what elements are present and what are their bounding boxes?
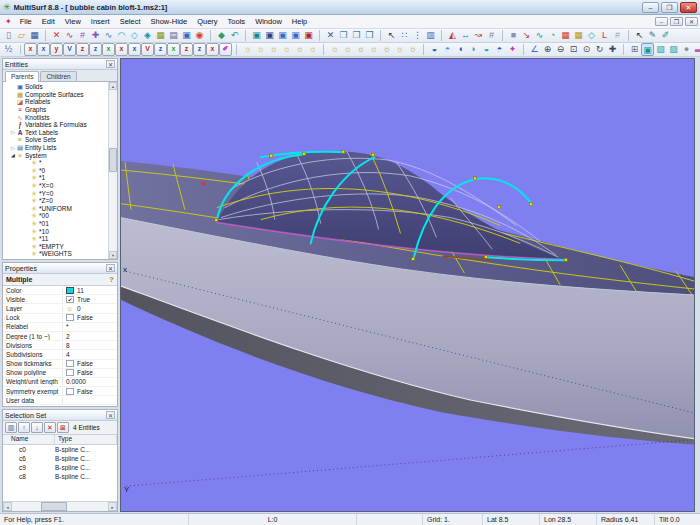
- clipboard1-icon[interactable]: ❐: [337, 29, 350, 42]
- insert-surface2-icon[interactable]: ◈: [141, 29, 154, 42]
- magnet-z-blue-icon[interactable]: z: [193, 43, 206, 56]
- clipboard2-icon[interactable]: ❐: [350, 29, 363, 42]
- insert-solid-icon[interactable]: ▤: [167, 29, 180, 42]
- scroll-up-icon[interactable]: ▲: [109, 82, 117, 90]
- close-panel-icon[interactable]: ✕: [106, 60, 115, 68]
- label-tool-icon[interactable]: L: [598, 29, 611, 42]
- point-z-red-icon[interactable]: z: [76, 43, 89, 56]
- property-row[interactable]: Subdivisions 4: [3, 350, 117, 359]
- tree-item[interactable]: *00: [3, 212, 108, 220]
- viewport-3d[interactable]: x Y: [120, 58, 695, 512]
- zoom-extents-icon[interactable]: ⊙: [580, 43, 593, 56]
- save-file-icon[interactable]: ▦: [28, 29, 41, 42]
- show-refresh-icon[interactable]: ☼: [280, 43, 293, 56]
- property-value[interactable]: 2: [63, 333, 117, 340]
- view-window1-icon[interactable]: ▣: [250, 29, 263, 42]
- tree-item[interactable]: Composite Surfaces: [3, 91, 108, 99]
- view-left-icon[interactable]: ◖: [454, 43, 467, 56]
- selection-row[interactable]: c9 B-spline C...: [3, 463, 117, 472]
- point-x-green-icon[interactable]: x: [102, 43, 115, 56]
- property-value[interactable]: False: [63, 314, 117, 321]
- view-window3-icon[interactable]: ▣: [276, 29, 289, 42]
- tree-item[interactable]: Relabels: [3, 98, 108, 106]
- mdi-restore-button[interactable]: ❐: [670, 17, 683, 26]
- view-perspective-icon[interactable]: ◓: [493, 43, 506, 56]
- rotate-view-icon[interactable]: ↻: [593, 43, 606, 56]
- bead-x-blue-icon[interactable]: x: [128, 43, 141, 56]
- bead-x-red-icon[interactable]: x: [115, 43, 128, 56]
- menu-item[interactable]: Window: [250, 16, 287, 27]
- list-mode-icon[interactable]: ▥: [5, 422, 17, 433]
- tree-item[interactable]: *Z=0: [3, 197, 108, 205]
- menu-item[interactable]: File: [15, 16, 37, 27]
- insert-arc-icon[interactable]: ◠: [115, 29, 128, 42]
- measure-icon[interactable]: ◭: [446, 29, 459, 42]
- insert-window-icon[interactable]: ▣: [180, 29, 193, 42]
- magnet-z-red-icon[interactable]: z: [180, 43, 193, 56]
- hide-extra-icon[interactable]: ☼: [406, 43, 419, 56]
- property-row[interactable]: Show tickmarks False: [3, 360, 117, 369]
- tree-item[interactable]: No Dependents: [3, 258, 108, 259]
- tree-item[interactable]: *1: [3, 174, 108, 182]
- show-one-icon[interactable]: ☼: [254, 43, 267, 56]
- selection-row[interactable]: c8 B-spline C...: [3, 472, 117, 481]
- point-z-blue-icon[interactable]: z: [89, 43, 102, 56]
- tree-item[interactable]: Knotlists: [3, 113, 108, 121]
- property-value[interactable]: 4: [63, 351, 117, 358]
- insert-surface-icon[interactable]: ◇: [128, 29, 141, 42]
- hide-parents-icon[interactable]: ☼: [380, 43, 393, 56]
- property-row[interactable]: Show polyline False: [3, 369, 117, 378]
- menu-item[interactable]: Insert: [86, 16, 115, 27]
- scroll-down-icon[interactable]: ▼: [109, 251, 117, 259]
- scroll-left-icon[interactable]: ◄: [3, 502, 12, 511]
- restore-button[interactable]: ❐: [661, 2, 678, 13]
- tree-item[interactable]: *Y=0: [3, 189, 108, 197]
- property-value[interactable]: False: [63, 360, 117, 367]
- protractor-icon[interactable]: ∠: [528, 43, 541, 56]
- view-right-icon[interactable]: ◗: [467, 43, 480, 56]
- move-down-icon[interactable]: ↓: [31, 422, 43, 433]
- property-control-icon[interactable]: [66, 360, 74, 367]
- delete-entity-icon[interactable]: ✕: [50, 29, 63, 42]
- close-panel-icon[interactable]: ✕: [106, 411, 115, 419]
- snap-grid2-icon[interactable]: ⋮: [411, 29, 424, 42]
- property-row[interactable]: Color 11: [3, 286, 117, 295]
- property-row[interactable]: Lock False: [3, 314, 117, 323]
- property-value[interactable]: 11: [63, 287, 117, 294]
- tree-scrollbar[interactable]: ▲ ▼: [108, 82, 117, 259]
- selection-scroll-track[interactable]: [12, 502, 108, 511]
- shaded-mode-icon[interactable]: ▣: [641, 43, 654, 56]
- select-cursor-icon[interactable]: ↖: [385, 29, 398, 42]
- sphere-mode-icon[interactable]: ●: [680, 43, 693, 56]
- view-iso-icon[interactable]: ◒: [480, 43, 493, 56]
- wireframe-mode-icon[interactable]: ⊞: [628, 43, 641, 56]
- red-mesh-icon[interactable]: ▦: [559, 29, 572, 42]
- property-row[interactable]: User data: [3, 396, 117, 405]
- hide-children-icon[interactable]: ☼: [393, 43, 406, 56]
- tree-item[interactable]: *0: [3, 167, 108, 175]
- tree-item[interactable]: Solve Sets: [3, 136, 108, 144]
- point-x-blue-icon[interactable]: x: [37, 43, 50, 56]
- property-row[interactable]: Layer 0: [3, 304, 117, 313]
- flow-icon[interactable]: ↝: [472, 29, 485, 42]
- menu-item[interactable]: Select: [115, 16, 146, 27]
- hidden-line-mode-icon[interactable]: ▧: [654, 43, 667, 56]
- view-top-icon[interactable]: ◓: [441, 43, 454, 56]
- tree-item[interactable]: Graphs: [3, 106, 108, 114]
- hide-all-icon[interactable]: ☼: [328, 43, 341, 56]
- property-value[interactable]: 0: [63, 305, 117, 312]
- tree-scroll-thumb[interactable]: [109, 148, 117, 172]
- property-control-icon[interactable]: [66, 388, 74, 395]
- view-window5-icon[interactable]: ▣: [302, 29, 315, 42]
- span-icon[interactable]: ↔: [459, 29, 472, 42]
- tree-item[interactable]: *: [3, 159, 108, 167]
- hide-one-icon[interactable]: ☼: [341, 43, 354, 56]
- property-control-icon[interactable]: [66, 305, 74, 312]
- property-control-icon[interactable]: [66, 314, 74, 321]
- entities-panel-header[interactable]: Entities ✕: [3, 59, 117, 70]
- mdi-close-button[interactable]: ✕: [685, 17, 698, 26]
- view-front-icon[interactable]: ◒: [428, 43, 441, 56]
- entities-tab[interactable]: Children: [40, 71, 76, 81]
- property-value[interactable]: True: [63, 296, 117, 303]
- render-mode-icon[interactable]: ▨: [667, 43, 680, 56]
